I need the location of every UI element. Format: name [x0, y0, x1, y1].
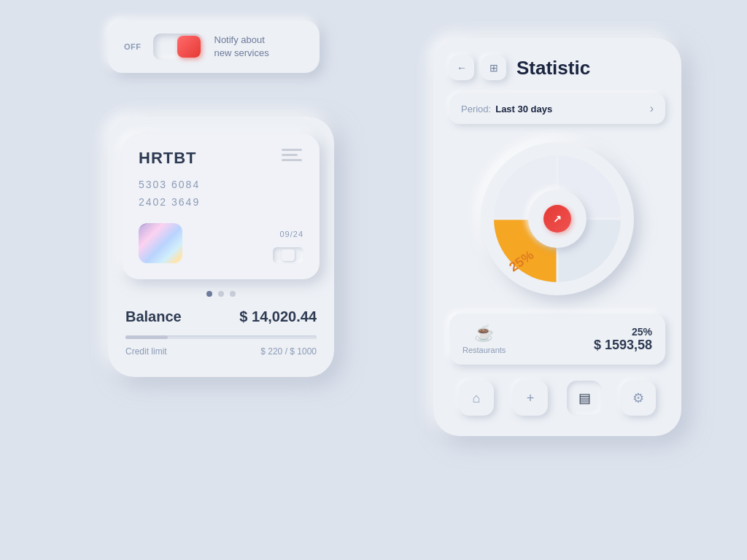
- card-expiry: 09/24: [279, 230, 303, 238]
- credit-progress-track: [125, 335, 317, 339]
- balance-amount: $ 14,020.44: [239, 308, 317, 325]
- credit-value: $ 220 / $ 1000: [260, 346, 317, 357]
- stat-header: ← ⊞ Statistic: [449, 55, 665, 80]
- balance-row: Balance $ 14,020.44: [123, 308, 320, 325]
- add-icon: +: [527, 391, 535, 406]
- pie-chart-area: ↗ 25%: [449, 139, 665, 299]
- dot-1[interactable]: [206, 291, 212, 297]
- info-card-category: Restaurants: [462, 346, 506, 354]
- card-toggle-thumb: [282, 249, 295, 261]
- credit-label: Credit limit: [125, 346, 167, 357]
- nav-add-button[interactable]: +: [513, 381, 548, 416]
- back-button[interactable]: ←: [449, 55, 474, 80]
- cards-icon: ▤: [578, 390, 591, 406]
- left-phone: HRTBT 5303 6084 2402 3649 09/24: [108, 117, 334, 377]
- toggle-switch[interactable]: [153, 34, 203, 60]
- info-pct: 25%: [594, 326, 652, 338]
- bottom-nav: ⌂ + ▤ ⚙: [449, 378, 665, 419]
- card-numbers: 5303 6084 2402 3649: [139, 176, 303, 211]
- toggle-off-label: OFF: [124, 42, 142, 51]
- toggle-card: OFF Notify aboutnew services: [108, 20, 320, 73]
- toggle-label-text: Notify aboutnew services: [214, 34, 269, 59]
- period-arrow-icon: ›: [650, 102, 654, 115]
- credit-progress-fill: [125, 335, 168, 339]
- pie-container: ↗ 25%: [481, 142, 634, 295]
- period-label: Period:: [461, 104, 491, 114]
- right-phone: ← ⊞ Statistic Period: Last 30 days ›: [433, 38, 681, 436]
- back-icon: ←: [457, 62, 467, 74]
- stat-title: Statistic: [516, 57, 665, 79]
- grid-icon: ⊞: [489, 62, 498, 74]
- info-card-left: ☕ Restaurants: [462, 324, 506, 354]
- card-hologram: [139, 223, 182, 263]
- period-value: Last 30 days: [495, 104, 649, 114]
- balance-label: Balance: [125, 308, 182, 325]
- pie-center-dot: ↗: [543, 205, 571, 233]
- info-card: ☕ Restaurants 25% $ 1593,58: [449, 314, 665, 365]
- card-toggle[interactable]: [273, 247, 303, 263]
- grid-button[interactable]: ⊞: [481, 55, 506, 80]
- home-icon: ⌂: [473, 391, 481, 406]
- card-dots: [123, 291, 320, 297]
- period-bar[interactable]: Period: Last 30 days ›: [449, 93, 665, 124]
- dot-3[interactable]: [230, 291, 236, 297]
- dot-2[interactable]: [218, 291, 224, 297]
- info-card-right: 25% $ 1593,58: [594, 326, 652, 353]
- info-amount: $ 1593,58: [594, 338, 652, 353]
- nav-settings-button[interactable]: ⚙: [621, 381, 656, 416]
- card-brand: HRTBT: [139, 149, 303, 168]
- pie-inner: ↗: [528, 190, 587, 248]
- nav-home-button[interactable]: ⌂: [459, 381, 494, 416]
- coffee-icon: ☕: [474, 324, 494, 343]
- pie-arrow-icon: ↗: [553, 213, 562, 225]
- credit-card: HRTBT 5303 6084 2402 3649 09/24: [123, 134, 320, 279]
- pie-outer: ↗: [481, 142, 634, 295]
- card-chip: [282, 149, 305, 169]
- settings-icon: ⚙: [632, 390, 644, 406]
- credit-row: Credit limit $ 220 / $ 1000: [123, 346, 320, 357]
- toggle-thumb: [177, 36, 201, 58]
- nav-cards-button[interactable]: ▤: [567, 381, 602, 416]
